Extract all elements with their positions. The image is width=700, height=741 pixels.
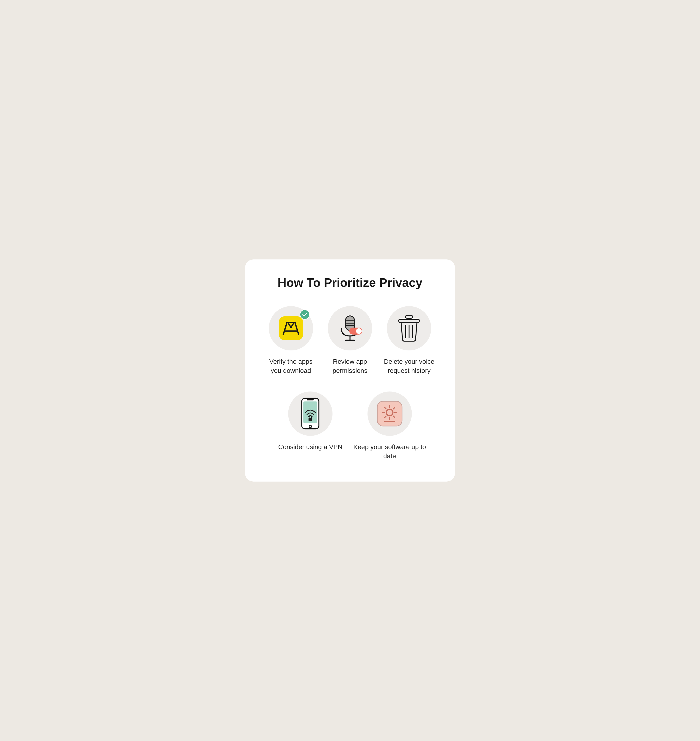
grid-row-2: Consider using a VPN — [273, 391, 427, 460]
delete-voice-label: Delete your voice request history — [382, 357, 436, 375]
grid-row-1: Verify the apps you download — [264, 306, 436, 375]
review-permissions-icon-circle — [328, 306, 372, 350]
svg-rect-16 — [406, 315, 413, 318]
item-software: Keep your software up to date — [352, 391, 427, 460]
microphone-toggle-icon — [335, 313, 365, 343]
software-label: Keep your software up to date — [352, 443, 427, 460]
delete-voice-icon-circle — [387, 306, 431, 350]
svg-point-15 — [356, 328, 362, 334]
verify-apps-icon-circle — [269, 306, 313, 350]
item-verify-apps: Verify the apps you download — [264, 306, 318, 375]
phone-vpn-icon — [297, 397, 323, 431]
review-permissions-label: Review app permissions — [323, 357, 377, 375]
item-vpn: Consider using a VPN — [278, 391, 342, 460]
svg-point-7 — [300, 310, 309, 319]
vpn-icon-circle — [288, 391, 332, 436]
vpn-label: Consider using a VPN — [278, 443, 342, 451]
gear-software-icon — [375, 398, 405, 429]
svg-rect-23 — [307, 399, 313, 400]
item-delete-voice: Delete your voice request history — [382, 306, 436, 375]
item-review-permissions: Review app permissions — [323, 306, 377, 375]
checkmark-badge — [300, 309, 310, 320]
software-icon-circle — [368, 391, 412, 436]
page-title: How To Prioritize Privacy — [264, 276, 436, 290]
svg-rect-0 — [279, 316, 303, 340]
trash-icon — [395, 313, 423, 343]
verify-apps-label: Verify the apps you download — [264, 357, 318, 375]
main-card: How To Prioritize Privacy — [245, 259, 455, 482]
svg-rect-25 — [309, 418, 312, 421]
svg-rect-17 — [399, 319, 419, 322]
